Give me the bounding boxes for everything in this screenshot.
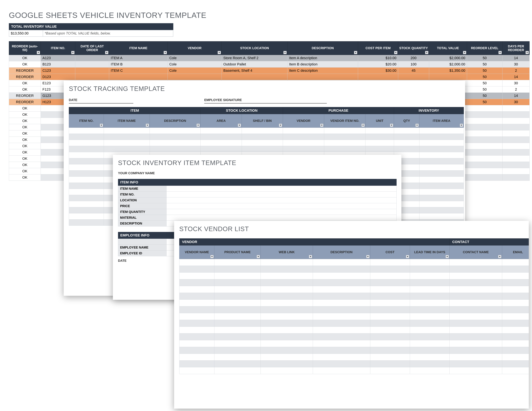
cell[interactable] (180, 347, 214, 354)
status-cell[interactable]: OK (9, 149, 41, 156)
item-price-val[interactable] (167, 203, 397, 209)
filter-icon[interactable] (526, 51, 529, 54)
cell[interactable]: 45 (398, 67, 429, 74)
cell[interactable] (180, 279, 214, 286)
cell[interactable] (222, 74, 287, 80)
cell[interactable] (503, 162, 530, 168)
cell[interactable] (467, 137, 503, 143)
cell[interactable] (200, 146, 242, 152)
cell[interactable] (214, 306, 260, 313)
cell[interactable] (502, 272, 529, 279)
filter-icon[interactable] (218, 51, 221, 54)
cell[interactable] (260, 361, 313, 367)
cell[interactable] (370, 347, 410, 354)
total-hdr[interactable]: TOTAL VALUE (429, 41, 467, 55)
ven-cost[interactable]: COST (370, 245, 410, 259)
itemno-hdr[interactable]: ITEM NO. (41, 41, 75, 55)
cell[interactable] (69, 201, 104, 207)
cell[interactable] (313, 361, 370, 367)
ven-email[interactable]: EMAIL (502, 245, 529, 259)
cell[interactable] (313, 279, 370, 286)
cell[interactable] (467, 131, 503, 137)
cell[interactable] (69, 189, 104, 195)
cell[interactable] (419, 170, 464, 177)
status-cell[interactable]: OK (9, 137, 41, 143)
ven-lead[interactable]: LEAD TIME IN DAYS (410, 245, 449, 259)
cell[interactable] (200, 134, 242, 140)
cell[interactable] (419, 177, 464, 183)
cell[interactable] (419, 164, 464, 170)
cell[interactable] (467, 112, 503, 118)
cell[interactable] (467, 162, 503, 168)
cell[interactable] (419, 146, 464, 152)
cell[interactable]: 2 (503, 67, 530, 74)
cell[interactable] (370, 293, 410, 300)
cell[interactable] (410, 259, 449, 266)
cell[interactable] (260, 367, 313, 374)
cell[interactable] (419, 213, 464, 220)
cell[interactable] (370, 279, 410, 286)
filter-icon[interactable] (354, 51, 357, 54)
trk-vendoritem[interactable]: VENDOR ITEM NO. (324, 114, 365, 128)
cell[interactable] (502, 306, 529, 313)
cell[interactable]: Basement, Shelf 4 (222, 67, 287, 74)
cell[interactable]: $30.00 (358, 67, 398, 74)
cell[interactable] (450, 334, 502, 340)
cell[interactable] (260, 340, 313, 347)
cell[interactable]: 50 (467, 61, 503, 67)
cell[interactable] (313, 367, 370, 374)
tracking-date-input[interactable] (69, 102, 133, 103)
cell[interactable] (214, 259, 260, 266)
cell[interactable] (450, 259, 502, 266)
cell[interactable] (260, 313, 313, 320)
cell[interactable] (410, 354, 449, 361)
cell[interactable]: Cole (168, 55, 222, 61)
cell[interactable] (260, 279, 313, 286)
filter-icon[interactable] (463, 51, 466, 54)
cell[interactable] (214, 354, 260, 361)
cell[interactable] (467, 149, 503, 156)
cell[interactable] (313, 266, 370, 272)
cell[interactable] (150, 134, 200, 140)
cell[interactable] (283, 134, 324, 140)
cell[interactable] (502, 259, 529, 266)
cell[interactable] (410, 286, 449, 293)
cell[interactable]: 200 (398, 55, 429, 61)
cell[interactable] (242, 140, 283, 146)
filter-icon[interactable] (390, 124, 393, 127)
cell[interactable]: Item B description (287, 61, 358, 67)
cell[interactable]: $2,000.00 (429, 55, 467, 61)
cell[interactable] (69, 177, 104, 183)
cell[interactable]: 14 (503, 93, 530, 99)
cell[interactable] (69, 183, 104, 189)
tracking-sig-input[interactable] (204, 102, 327, 103)
cell[interactable]: Item C description (287, 67, 358, 74)
cell[interactable] (180, 327, 214, 334)
days-hdr[interactable]: DAYS PER REORDER (503, 41, 530, 55)
cell[interactable] (75, 67, 109, 74)
status-cell[interactable]: OK (9, 174, 41, 181)
cell[interactable] (410, 340, 449, 347)
cell[interactable] (180, 313, 214, 320)
cell[interactable] (69, 152, 104, 158)
cell[interactable] (69, 158, 104, 164)
cell[interactable] (313, 327, 370, 334)
filter-icon[interactable] (498, 255, 501, 258)
cell[interactable] (429, 74, 467, 80)
cell[interactable] (410, 334, 449, 340)
itemname-hdr[interactable]: ITEM NAME (109, 41, 168, 55)
cell[interactable] (419, 195, 464, 201)
cell[interactable]: Cole (168, 67, 222, 74)
cell[interactable] (150, 140, 200, 146)
filter-icon[interactable] (498, 51, 502, 54)
cell[interactable] (450, 340, 502, 347)
cell[interactable] (168, 74, 222, 80)
filter-icon[interactable] (416, 124, 419, 127)
trk-shelf[interactable]: SHELF / BIN (242, 114, 283, 128)
cell[interactable] (214, 272, 260, 279)
cell[interactable] (313, 340, 370, 347)
cell[interactable] (283, 146, 324, 152)
filter-icon[interactable] (37, 51, 40, 54)
cell[interactable] (450, 266, 502, 272)
item-material-val[interactable] (167, 215, 397, 221)
